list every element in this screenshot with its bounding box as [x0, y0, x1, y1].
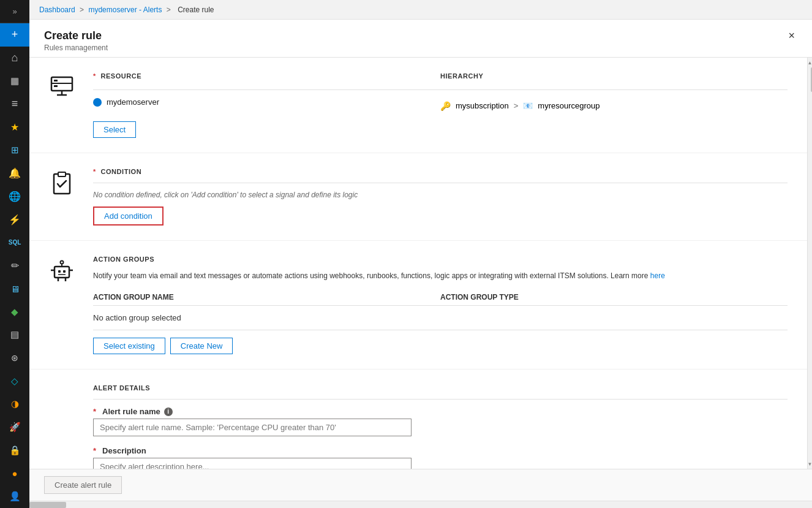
- bell-icon: 🔔: [9, 167, 21, 179]
- alert-name-label: * Alert rule name i: [93, 407, 788, 416]
- sidebar-item-cost[interactable]: ◆: [0, 300, 29, 324]
- clipboard-icon: [49, 170, 75, 196]
- sidebar-item-menu[interactable]: ≡: [0, 93, 29, 116]
- scroll-up-arrow[interactable]: ▲: [808, 58, 812, 67]
- alert-details-label: ALERT DETAILS: [93, 384, 788, 392]
- svg-point-12: [61, 261, 64, 264]
- action-groups-icon: [49, 258, 78, 289]
- sidebar-item-subscriptions[interactable]: ✏: [0, 254, 29, 278]
- sidebar-item-new[interactable]: +: [0, 23, 29, 47]
- plus-icon: +: [12, 28, 18, 41]
- svg-rect-2: [54, 80, 58, 82]
- breadcrumb-current: Create rule: [178, 6, 214, 14]
- sidebar-item-dashboard[interactable]: ▦: [0, 69, 29, 93]
- svg-rect-7: [58, 172, 66, 176]
- action-group-name-header: ACTION GROUP NAME: [93, 293, 440, 301]
- svg-rect-8: [55, 267, 69, 278]
- sidebar-item-storage[interactable]: ▤: [0, 324, 29, 347]
- bottom-bar: Create alert rule: [29, 469, 812, 501]
- expand-icon: »: [12, 7, 17, 16]
- network-icon: ⊛: [11, 353, 18, 363]
- svg-rect-3: [54, 85, 58, 87]
- action-group-description: Notify your team via email and text mess…: [93, 270, 788, 282]
- panel-subtitle: Rules management: [44, 44, 108, 52]
- home-icon: ⌂: [12, 51, 18, 64]
- panel-title-area: Create rule Rules management: [44, 29, 108, 52]
- breadcrumb-sep2: >: [164, 6, 173, 14]
- action-groups-section: ACTION GROUPS Notify your team via email…: [29, 241, 807, 370]
- breadcrumb-dashboard[interactable]: Dashboard: [39, 6, 75, 14]
- hierarchy-col-header: HIERARCHY: [440, 72, 788, 80]
- add-condition-button[interactable]: Add condition: [93, 207, 164, 226]
- horizontal-scrollbar[interactable]: [29, 501, 812, 508]
- select-existing-button[interactable]: Select existing: [93, 338, 165, 354]
- sidebar-item-resourcegroups[interactable]: ●: [0, 462, 29, 485]
- alert-description-input[interactable]: [93, 458, 412, 469]
- h-scroll-thumb: [29, 502, 66, 508]
- subscription-icon: 🔑: [440, 101, 451, 111]
- content-area: * RESOURCE HIERARCHY mydemoserver: [29, 58, 807, 469]
- breadcrumb-alerts[interactable]: mydemoserver - Alerts: [88, 6, 162, 14]
- sidebar-item-profile[interactable]: 👤: [0, 485, 29, 508]
- action-groups-content: ACTION GROUPS Notify your team via email…: [93, 256, 788, 354]
- resource-dot-icon: [93, 98, 102, 107]
- condition-section: * CONDITION No condition defined, click …: [29, 153, 807, 241]
- pencil-icon: ✏: [11, 260, 19, 271]
- resource-section-content: * RESOURCE HIERARCHY mydemoserver: [93, 72, 788, 138]
- sidebar-item-home[interactable]: ⌂: [0, 47, 29, 70]
- sidebar-item-network[interactable]: ⊛: [0, 346, 29, 370]
- select-button[interactable]: Select: [93, 121, 136, 138]
- user-icon: 👤: [9, 491, 21, 502]
- no-action-group-row: No action group selected: [93, 306, 788, 330]
- scroll-down-arrow[interactable]: ▼: [808, 459, 812, 469]
- sidebar-item-security[interactable]: ◇: [0, 370, 29, 393]
- dashboard-icon: ▦: [10, 75, 19, 86]
- close-button[interactable]: ×: [786, 29, 797, 42]
- sidebar-item-advisor[interactable]: ◑: [0, 393, 29, 416]
- resource-data-row: mydemoserver 🔑 mysubscription > 📧 myreso…: [93, 97, 788, 114]
- table-icon: ▤: [10, 329, 19, 340]
- right-scrollbar[interactable]: ▲ ▼: [807, 58, 812, 469]
- sidebar-item-favorites[interactable]: ★: [0, 116, 29, 139]
- alert-name-required-star: *: [93, 407, 96, 416]
- sidebar-item-keyvault[interactable]: 🔒: [0, 439, 29, 462]
- select-button-area: Select: [93, 121, 788, 138]
- resource-divider: [93, 89, 788, 90]
- learn-more-link[interactable]: here: [650, 271, 665, 280]
- desc-required-star: *: [93, 446, 96, 455]
- panel-header: Create rule Rules management ×: [29, 20, 812, 58]
- resource-group-icon: 📧: [523, 101, 533, 110]
- menu-icon: ≡: [12, 97, 18, 110]
- panel-title: Create rule: [44, 29, 108, 42]
- alert-details-inner: ALERT DETAILS * Alert rule name i * Desc…: [49, 384, 788, 469]
- grid-icon: ⊞: [11, 145, 19, 156]
- create-alert-rule-button[interactable]: Create alert rule: [44, 476, 122, 494]
- svg-rect-10: [63, 270, 66, 273]
- sidebar-item-monitor[interactable]: 🖥: [0, 277, 29, 300]
- sidebar-item-aad[interactable]: ⚡: [0, 208, 29, 231]
- hierarchy-row: 🔑 mysubscription > 📧 myresourcegroup: [440, 97, 788, 114]
- description-label: * Description: [93, 446, 788, 455]
- svg-rect-9: [58, 270, 61, 273]
- condition-section-content: * CONDITION No condition defined, click …: [93, 168, 788, 226]
- sidebar-item-notifications[interactable]: 🔔: [0, 162, 29, 185]
- sql-icon: SQL: [9, 239, 21, 246]
- main-area: Dashboard > mydemoserver - Alerts > Crea…: [29, 0, 812, 508]
- diamond-icon: ◆: [11, 306, 18, 317]
- alert-details-section: ALERT DETAILS * Alert rule name i * Desc…: [29, 370, 807, 469]
- sidebar-item-sql[interactable]: SQL: [0, 231, 29, 254]
- sidebar: » + ⌂ ▦ ≡ ★ ⊞ 🔔 🌐 ⚡ SQL ✏ 🖥 ◆ ▤ ⊛ ◇: [0, 0, 29, 508]
- condition-required-star: *: [93, 168, 96, 175]
- sidebar-item-appservices[interactable]: 🚀: [0, 415, 29, 439]
- sidebar-item-apps[interactable]: ⊞: [0, 138, 29, 162]
- cloud-icon: 🌐: [9, 191, 21, 202]
- sidebar-item-cloud[interactable]: 🌐: [0, 185, 29, 208]
- alert-details-content: ALERT DETAILS * Alert rule name i * Desc…: [93, 384, 788, 469]
- robot-icon: [49, 258, 75, 284]
- resource-col-header: * RESOURCE: [93, 72, 440, 80]
- alert-rule-name-input[interactable]: [93, 419, 412, 436]
- create-new-button[interactable]: Create New: [170, 338, 233, 354]
- sidebar-expand[interactable]: »: [0, 0, 29, 23]
- alert-details-divider: [93, 399, 788, 400]
- resource-section: * RESOURCE HIERARCHY mydemoserver: [29, 58, 807, 153]
